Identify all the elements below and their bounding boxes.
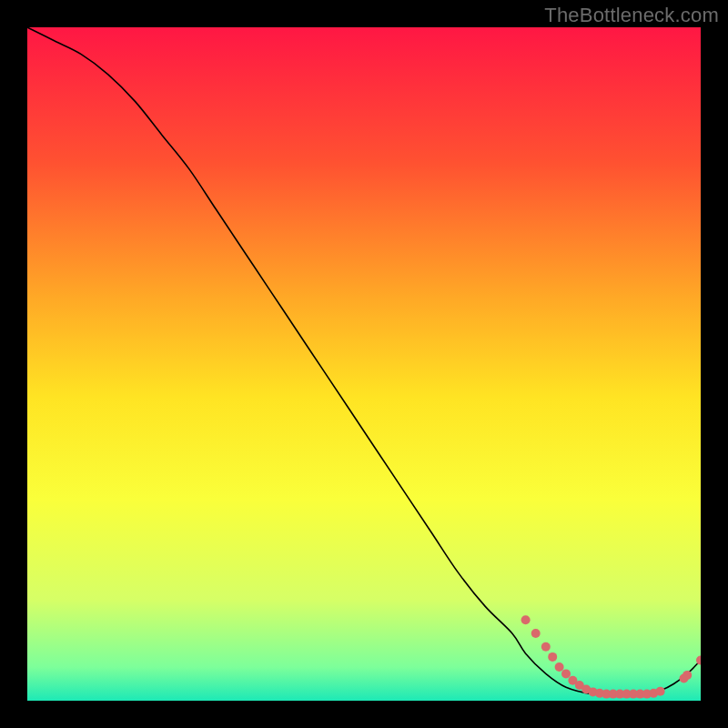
chart-svg (27, 27, 701, 701)
data-point (521, 615, 531, 624)
watermark-label: TheBottleneck.com (544, 4, 719, 27)
data-point (531, 629, 541, 638)
data-point (555, 662, 564, 672)
data-point (561, 669, 571, 678)
data-point (656, 687, 665, 696)
data-point (548, 652, 557, 662)
chart-plot (27, 27, 701, 701)
data-point (682, 671, 692, 680)
data-point (541, 642, 551, 652)
chart-stage: TheBottleneck.com (0, 0, 728, 728)
chart-background (27, 27, 701, 701)
